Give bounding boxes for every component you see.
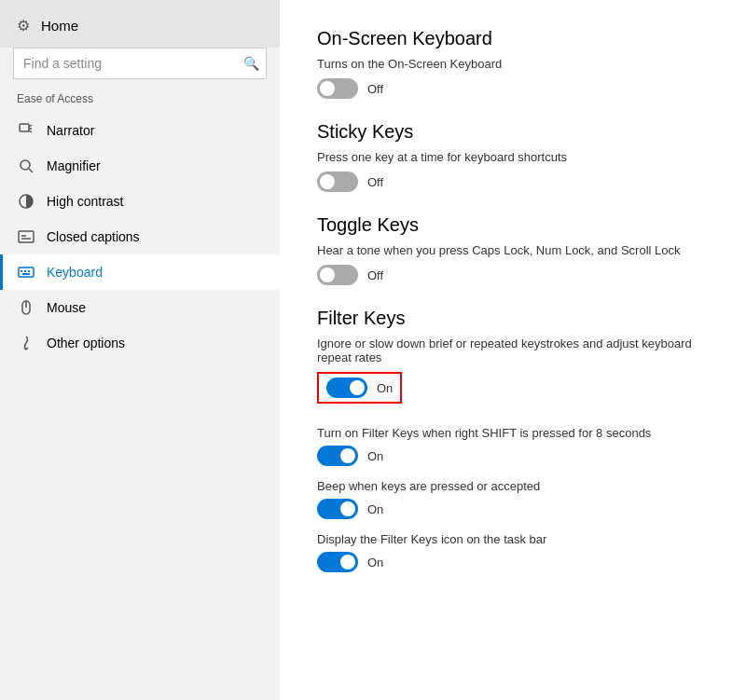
sidebar-item-keyboard[interactable]: Keyboard [0,254,280,290]
toggle-keys-desc: Hear a tone when you press Caps Lock, Nu… [317,243,718,257]
on-screen-keyboard-section: On-Screen Keyboard Turns on the On-Scree… [317,28,718,99]
sidebar-item-narrator[interactable]: Narrator [0,113,280,148]
toggle-keys-toggle-label: Off [367,268,383,282]
filter-keys-beep-desc: Beep when keys are pressed or accepted [317,479,718,493]
on-screen-keyboard-toggle[interactable] [317,78,358,99]
sidebar-item-other-options-label: Other options [47,336,125,350]
svg-rect-12 [21,270,22,272]
sticky-keys-section: Sticky Keys Press one key at a time for … [317,121,718,192]
filter-keys-beep-toggle-row: On [317,499,718,519]
filter-keys-toggle[interactable] [326,377,367,398]
filter-keys-title: Filter Keys [317,308,718,329]
svg-rect-8 [19,231,34,242]
filter-keys-beep-item: Beep when keys are pressed or accepted O… [317,479,718,519]
svg-line-5 [29,169,33,172]
on-screen-keyboard-title: On-Screen Keyboard [317,28,718,49]
sidebar-section-label: Ease of Access [0,89,280,113]
filter-keys-beep-toggle[interactable] [317,499,358,519]
on-screen-keyboard-toggle-label: Off [367,82,383,96]
filter-keys-toggle-label: On [377,381,393,395]
toggle-keys-toggle-row: Off [317,265,718,285]
home-nav-item[interactable]: ⚙ Home [0,0,280,48]
search-input[interactable] [13,48,267,79]
search-button[interactable]: 🔍 [235,48,267,79]
sidebar-item-high-contrast-label: High contrast [47,194,123,209]
narrator-icon [17,122,35,139]
sidebar-item-other-options[interactable]: Other options [0,325,280,361]
filter-keys-icon-toggle-row: On [317,552,718,572]
filter-keys-shift-toggle[interactable] [317,446,358,466]
search-box: 🔍 [13,48,267,79]
filter-keys-icon-toggle[interactable] [317,552,358,572]
sidebar-item-closed-captions-label: Closed captions [47,229,140,244]
home-icon: ⚙ [17,17,30,34]
filter-keys-shift-toggle-row: On [317,446,718,466]
closed-captions-icon [17,228,35,245]
mouse-icon [17,299,35,316]
filter-keys-section: Filter Keys Ignore or slow down brief or… [317,308,718,572]
sidebar-item-keyboard-label: Keyboard [47,265,103,280]
sticky-keys-toggle-label: Off [367,175,383,189]
home-label: Home [41,18,78,34]
filter-keys-beep-label: On [367,502,383,516]
sidebar-item-narrator-label: Narrator [47,123,94,138]
filter-keys-desc: Ignore or slow down brief or repeated ke… [317,336,718,364]
filter-keys-highlight-box: On [317,372,402,404]
keyboard-icon [17,264,35,281]
svg-line-3 [29,130,32,132]
sidebar-item-mouse[interactable]: Mouse [0,290,280,325]
svg-rect-13 [24,270,26,272]
sticky-keys-toggle[interactable] [317,172,358,192]
other-options-icon [17,335,35,351]
svg-rect-15 [22,273,30,275]
magnifier-icon [17,158,35,174]
toggle-keys-title: Toggle Keys [317,214,718,236]
main-content: On-Screen Keyboard Turns on the On-Scree… [280,0,746,700]
filter-keys-shift-label: On [367,449,383,463]
svg-rect-14 [28,270,30,272]
sidebar-item-mouse-label: Mouse [47,300,86,315]
filter-keys-shift-desc: Turn on Filter Keys when right SHIFT is … [317,426,718,440]
svg-point-4 [21,160,30,170]
filter-keys-shift-item: Turn on Filter Keys when right SHIFT is … [317,426,718,466]
on-screen-keyboard-toggle-row: Off [317,78,718,99]
sidebar-item-magnifier[interactable]: Magnifier [0,148,280,184]
toggle-keys-toggle[interactable] [317,265,358,285]
sticky-keys-toggle-row: Off [317,172,718,192]
high-contrast-icon [17,193,35,210]
filter-keys-icon-desc: Display the Filter Keys icon on the task… [317,532,718,546]
sidebar-item-high-contrast[interactable]: High contrast [0,184,280,219]
filter-keys-icon-label: On [367,556,383,570]
sidebar-item-closed-captions[interactable]: Closed captions [0,219,280,254]
svg-rect-0 [20,124,29,131]
sticky-keys-desc: Press one key at a time for keyboard sho… [317,150,718,164]
sidebar-item-magnifier-label: Magnifier [47,158,101,173]
filter-keys-icon-item: Display the Filter Keys icon on the task… [317,532,718,572]
on-screen-keyboard-desc: Turns on the On-Screen Keyboard [317,57,718,71]
toggle-keys-section: Toggle Keys Hear a tone when you press C… [317,214,718,285]
sticky-keys-title: Sticky Keys [317,121,718,143]
sidebar: ⚙ Home 🔍 Ease of Access Narrator Magnifi… [0,0,280,700]
